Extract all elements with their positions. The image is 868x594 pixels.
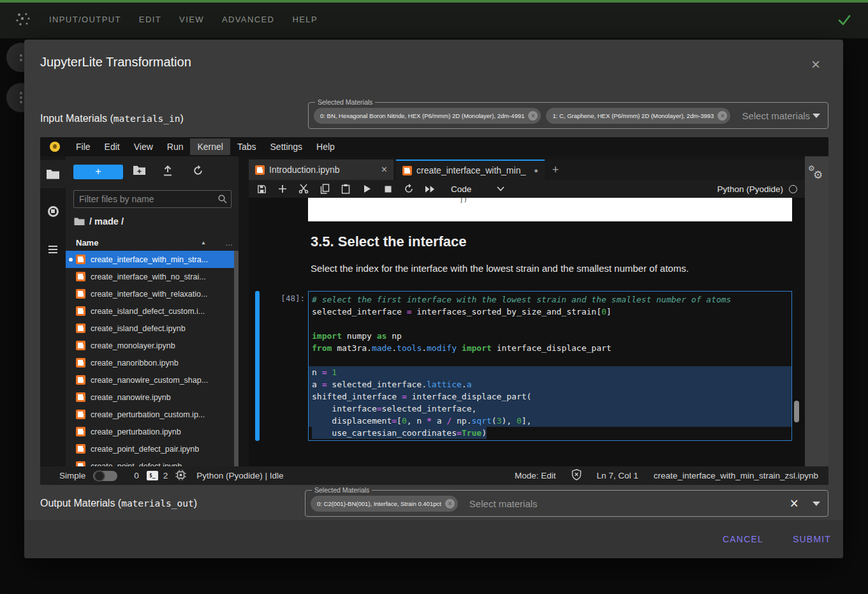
paste-cell-icon[interactable] <box>341 184 351 194</box>
terminal-icon[interactable]: $_ <box>147 471 158 480</box>
app-menu-help[interactable]: HELP <box>292 15 318 24</box>
app-menu-bar: INPUT/OUTPUTEDITVIEWADVANCEDHELP <box>49 0 318 38</box>
document-tab[interactable]: Introduction.ipynb× <box>249 160 394 180</box>
jupyter-menu-tabs[interactable]: Tabs <box>230 138 263 155</box>
more-options-icon[interactable]: … <box>225 239 233 248</box>
cursor-position[interactable]: Ln 7, Col 1 <box>597 471 638 480</box>
jupyterlite-panel: FileEditViewRunKernelTabsSettingsHelp + <box>40 137 828 485</box>
cut-cell-icon[interactable] <box>298 184 309 194</box>
refresh-icon[interactable] <box>192 165 204 179</box>
trust-shield-icon[interactable] <box>571 469 582 482</box>
jupyter-menu-file[interactable]: File <box>69 138 98 155</box>
file-list-item[interactable]: create_perturbation_custom.ip... <box>66 406 234 423</box>
jupyter-menu-kernel[interactable]: Kernel <box>190 138 230 155</box>
file-name: create_interface_with_no_strai... <box>91 272 206 281</box>
notebook-scrollbar[interactable] <box>794 401 799 422</box>
file-list-item[interactable]: create_perturbation.ipynb <box>66 423 234 440</box>
settings-gears-icon[interactable]: ⚙⚙ <box>807 164 827 183</box>
run-all-cells-icon[interactable] <box>425 184 435 194</box>
sort-ascending-icon[interactable]: ▲ <box>201 240 206 246</box>
kernel-status-text[interactable]: Python (Pyodide) | Idle <box>196 471 283 480</box>
add-cell-icon[interactable] <box>277 184 288 194</box>
jupyter-menu-settings[interactable]: Settings <box>263 138 310 155</box>
material-chip[interactable]: 0: BN, Hexagonal Boron Nitride, HEX (P6/… <box>314 108 541 124</box>
kernel-name-label[interactable]: Python (Pyodide) <box>717 184 783 194</box>
file-list-item[interactable]: create_island_defect_custom.i... <box>66 302 234 320</box>
tab-close-icon[interactable]: × <box>381 164 387 175</box>
input-materials-legend: Selected Materials <box>315 98 375 106</box>
table-of-contents-tab-icon[interactable] <box>40 235 66 264</box>
file-list-item[interactable]: create_interface_with_relaxatio... <box>66 285 234 302</box>
file-list-item[interactable]: create_island_defect.ipynb <box>66 320 234 337</box>
new-folder-icon[interactable] <box>133 165 146 179</box>
file-list-item[interactable]: create_nanoribbon.ipynb <box>66 354 234 371</box>
cell-type-chevron-icon[interactable] <box>496 184 506 194</box>
breadcrumb[interactable]: / made / <box>74 216 124 226</box>
output-dropdown-arrow-icon[interactable] <box>813 501 820 506</box>
copy-cell-icon[interactable] <box>320 184 330 194</box>
output-select-placeholder[interactable]: Select materials <box>469 498 538 509</box>
app-logo-icon[interactable] <box>14 10 32 31</box>
code-cell-editor[interactable]: # select the first interface with the lo… <box>308 291 792 441</box>
input-select-placeholder[interactable]: Select materials <box>742 110 810 121</box>
simple-mode-toggle[interactable] <box>93 471 117 481</box>
file-list-item[interactable]: create_interface_with_no_strai... <box>66 268 234 285</box>
notebook-toolbar: Code Python (Pyodide) <box>249 180 805 198</box>
input-materials-label: Input Materials (materials_in) <box>40 105 184 132</box>
simple-mode-label: Simple <box>59 471 85 480</box>
new-launcher-button[interactable]: + <box>73 165 123 179</box>
jupyter-menu-edit[interactable]: Edit <box>98 138 127 155</box>
tab-label: Introduction.ipynb <box>269 165 340 175</box>
cell-collapser[interactable] <box>255 291 260 441</box>
add-tab-button[interactable]: + <box>547 162 564 177</box>
submit-button[interactable]: SUBMIT <box>786 530 837 548</box>
file-list-item[interactable]: create_nanowire_custom_shap... <box>66 371 234 389</box>
cancel-button[interactable]: CANCEL <box>716 530 770 548</box>
app-menu-input-output[interactable]: INPUT/OUTPUT <box>49 15 121 24</box>
input-dropdown-arrow-icon[interactable] <box>813 114 820 118</box>
jupyter-menu-run[interactable]: Run <box>160 138 191 155</box>
file-list-item[interactable]: create_point_defect_pair.ipynb <box>66 440 234 457</box>
chip-delete-icon[interactable]: × <box>445 499 455 509</box>
code-line: interface=selected_interface, <box>309 403 791 415</box>
upload-icon[interactable] <box>162 165 173 179</box>
output-materials-select[interactable]: Selected Materials 0: C2(001)-BN(001), I… <box>305 490 828 517</box>
app-menu-edit[interactable]: EDIT <box>139 15 161 24</box>
material-chip[interactable]: 1: C, Graphene, HEX (P6/mmm) 2D (Monolay… <box>546 108 730 124</box>
kernel-status-icon[interactable] <box>789 185 797 193</box>
kernel-chip-icon[interactable] <box>175 470 186 482</box>
file-browser-panel: + / made / Name <box>66 156 239 466</box>
document-tab[interactable]: create_interface_with_min_● <box>396 160 545 180</box>
interrupt-kernel-icon[interactable] <box>383 184 393 194</box>
run-cell-icon[interactable] <box>362 184 372 194</box>
jupyter-menu-view[interactable]: View <box>127 138 160 155</box>
jupyterlite-logo-icon[interactable] <box>50 142 60 152</box>
input-materials-select[interactable]: Selected Materials 0: BN, Hexagonal Boro… <box>308 102 828 129</box>
chip-delete-icon[interactable]: × <box>717 111 727 121</box>
filebrowser-tab-folder-icon[interactable] <box>40 160 66 188</box>
notebook-file-icon <box>76 410 85 419</box>
file-list-scrollbar[interactable] <box>234 251 239 466</box>
running-kernels-tab-icon[interactable] <box>40 197 66 225</box>
file-list-item[interactable]: create_nanowire.ipynb <box>66 389 234 406</box>
file-list-item[interactable]: create_point_defect.ipynb <box>66 457 234 466</box>
restart-kernel-icon[interactable] <box>404 184 414 194</box>
notebook-file-icon <box>76 427 85 436</box>
chip-delete-icon[interactable]: × <box>528 111 538 121</box>
confirm-check-icon[interactable] <box>836 11 853 28</box>
material-chip[interactable]: 0: C2(001)-BN(001), Interface, Strain 0.… <box>311 496 458 512</box>
cell-type-select[interactable]: Code <box>451 184 471 194</box>
search-icon[interactable] <box>217 194 228 207</box>
dialog-close-icon[interactable]: × <box>807 56 824 73</box>
save-icon[interactable] <box>256 184 267 194</box>
notebook-file-icon <box>255 165 265 175</box>
jupyter-menu-help[interactable]: Help <box>309 138 342 155</box>
filter-files-input[interactable] <box>73 190 232 208</box>
output-clear-icon[interactable]: × <box>790 497 798 510</box>
code-line <box>309 354 791 366</box>
column-header-name[interactable]: Name <box>76 238 98 248</box>
file-list-item[interactable]: create_interface_with_min_stra... <box>66 251 234 268</box>
app-menu-view[interactable]: VIEW <box>179 15 204 24</box>
file-list-item[interactable]: create_monolayer.ipynb <box>66 337 234 354</box>
app-menu-advanced[interactable]: ADVANCED <box>222 15 274 24</box>
